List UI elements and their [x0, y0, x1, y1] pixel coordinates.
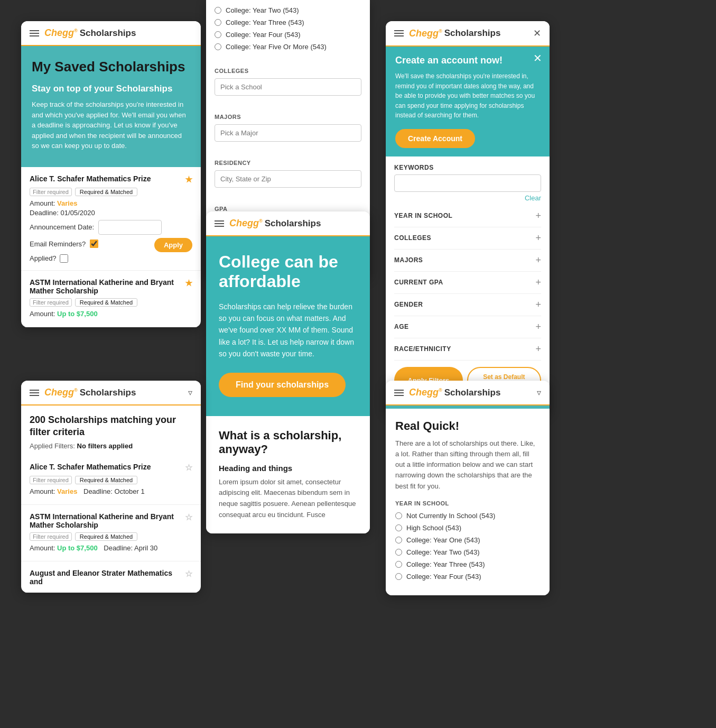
realquick-filter-icon[interactable]: ▿	[537, 388, 541, 398]
year-school-expand-icon[interactable]: +	[535, 210, 541, 222]
create-account-button[interactable]: Create Account	[395, 129, 475, 148]
list-title-2: ASTM International Katherine and Bryant …	[30, 512, 192, 529]
gender-expand-icon[interactable]: +	[535, 299, 541, 310]
list-amount-value-1: Varies	[57, 487, 77, 495]
announcement-label: Announcement Date:	[30, 223, 94, 231]
apply-button-1[interactable]: Apply	[154, 238, 192, 252]
announcement-date-input[interactable]	[98, 220, 162, 235]
list-header-info: 200 Scholarships matching your filter cr…	[21, 406, 201, 455]
race-expand-icon[interactable]: +	[535, 344, 541, 355]
list-title-3: August and Eleanor Strater Mathematics a…	[30, 569, 192, 586]
residency-label: RESIDENCY	[215, 160, 361, 166]
amount-line-2: Amount: Up to $7,500	[30, 310, 192, 318]
filter-tags-2: Filter required Required & Matched	[30, 298, 192, 307]
hero-hamburger-icon[interactable]	[215, 220, 224, 227]
radio-year-three: College: Year Three (543)	[215, 19, 361, 26]
radio-high-school-input[interactable]	[395, 524, 402, 531]
star-filled-icon-2[interactable]: ★	[185, 278, 192, 288]
radio-year-five-input[interactable]	[215, 43, 221, 50]
filter-funnel-icon[interactable]: ▿	[188, 388, 192, 398]
race-ethnicity-filter: RACE/ETHNICITY +	[394, 338, 541, 361]
filters-applied-value: No filters applied	[77, 442, 133, 450]
star-outline-icon-3[interactable]: ☆	[185, 569, 192, 579]
filter-required-tag-1: Filter required	[30, 188, 72, 196]
radio-not-in-school: Not Currently In School (543)	[395, 512, 540, 520]
radio-college-one: College: Year One (543)	[395, 536, 540, 544]
star-outline-icon-2[interactable]: ☆	[185, 512, 192, 522]
email-label: Email Reminders?	[30, 240, 86, 248]
realquick-chegg-logo: Chegg®	[409, 387, 442, 398]
realquick-hamburger-icon[interactable]	[394, 390, 404, 396]
list-title-1: Alice T. Schafer Mathematics Prize ☆	[30, 463, 192, 473]
applied-row: Applied?	[30, 254, 192, 263]
list-amount-2: Amount: Up to $7,500 Deadline: April 30	[30, 544, 192, 552]
age-filter: AGE +	[394, 316, 541, 338]
year-radio-section: College: Year Two (543) College: Year Th…	[206, 0, 370, 61]
list-hamburger-icon[interactable]	[30, 390, 39, 396]
radio-college-four-input[interactable]	[395, 573, 402, 580]
realquick-panel: Chegg® Scholarships ▿ Real Quick! There …	[386, 381, 550, 595]
colleges-filter-label: COLLEGES	[394, 234, 431, 242]
radio-college-one-input[interactable]	[395, 537, 402, 543]
list-header-bar: Chegg® Scholarships ▿	[21, 381, 201, 406]
amount-value-2: Up to $7,500	[57, 310, 98, 318]
radio-college-three-input[interactable]	[395, 561, 402, 568]
filter-required-tag-2: Filter required	[30, 298, 72, 307]
radio-college-two-input[interactable]	[395, 549, 402, 556]
gpa-expand-icon[interactable]: +	[535, 277, 541, 288]
clear-link[interactable]: Clear	[394, 194, 541, 202]
account-close-icon[interactable]: ✕	[533, 27, 541, 39]
list-chegg-logo: Chegg®	[44, 387, 78, 398]
find-scholarships-button[interactable]: Find your scholarships	[219, 373, 346, 397]
age-expand-icon[interactable]: +	[535, 321, 541, 333]
radio-year-two-input[interactable]	[215, 7, 221, 14]
banner-heading: Create an account now!	[395, 55, 540, 66]
residency-input[interactable]	[215, 170, 361, 188]
saved-main-heading: My Saved Scholarships	[32, 59, 190, 75]
create-account-banner: ✕ Create an account now! We'll save the …	[386, 47, 550, 156]
keywords-input[interactable]	[394, 174, 541, 192]
list-item-1: Alice T. Schafer Mathematics Prize ☆ Fil…	[21, 455, 201, 505]
banner-close-icon[interactable]: ✕	[533, 52, 542, 64]
list-matched-1: Required & Matched	[75, 476, 137, 484]
colleges-filter: COLLEGES +	[394, 227, 541, 250]
filter-sidebar: KEYWORDS Clear YEAR IN SCHOOL + COLLEGES…	[386, 156, 550, 414]
list-amount-value-2: Up to $7,500	[57, 544, 98, 552]
radio-year-three-input[interactable]	[215, 19, 221, 26]
year-school-label: YEAR IN SCHOOL	[394, 212, 452, 219]
hamburger-menu-icon[interactable]	[30, 30, 39, 36]
list-filter-tags-2: Filter required Required & Matched	[30, 532, 192, 541]
keywords-section: KEYWORDS Clear	[394, 164, 541, 202]
saved-hero-section: My Saved Scholarships Stay on top of you…	[21, 46, 201, 167]
pick-school-input[interactable]	[215, 78, 361, 96]
banner-body: We'll save the scholarships you're inter…	[395, 71, 540, 121]
account-chegg-title: Scholarships	[444, 28, 501, 39]
hero-chegg-logo: Chegg®	[229, 218, 263, 229]
star-filled-icon-1[interactable]: ★	[185, 174, 192, 185]
radio-year-two: College: Year Two (543)	[215, 6, 361, 14]
what-heading: What is a scholarship, anyway?	[219, 429, 357, 456]
announcement-row: Announcement Date:	[30, 220, 192, 235]
year-section-label: YEAR IN SCHOOL	[395, 500, 540, 506]
scholarship-title-1: Alice T. Schafer Mathematics Prize ★	[30, 174, 192, 185]
radio-year-four-input[interactable]	[215, 31, 221, 38]
hero-white-section: What is a scholarship, anyway? Heading a…	[206, 416, 370, 533]
applied-checkbox[interactable]	[60, 254, 68, 263]
majors-filter-label: MAJORS	[394, 256, 423, 264]
email-apply-row: Email Reminders? Apply	[30, 238, 192, 252]
amount-value-1: Varies	[57, 199, 77, 207]
scholarship-title-2: ASTM International Katherine and Bryant …	[30, 278, 192, 295]
account-header: Chegg® Scholarships ✕	[386, 21, 550, 47]
gender-filter: GENDER +	[394, 294, 541, 316]
pick-major-input[interactable]	[215, 124, 361, 142]
list-matched-2: Required & Matched	[75, 532, 137, 541]
hero-teal-section: College can be affordable Scholarships c…	[206, 236, 370, 416]
majors-expand-icon[interactable]: +	[535, 255, 541, 266]
colleges-label: COLLEGES	[215, 68, 361, 74]
account-hamburger-icon[interactable]	[394, 30, 404, 36]
radio-not-in-school-input[interactable]	[395, 512, 402, 519]
star-outline-icon-1[interactable]: ☆	[185, 463, 192, 473]
colleges-expand-icon[interactable]: +	[535, 233, 541, 244]
email-checkbox[interactable]	[90, 239, 98, 248]
what-body: Lorem ipsum dolor sit amet, consectetur …	[219, 477, 357, 521]
